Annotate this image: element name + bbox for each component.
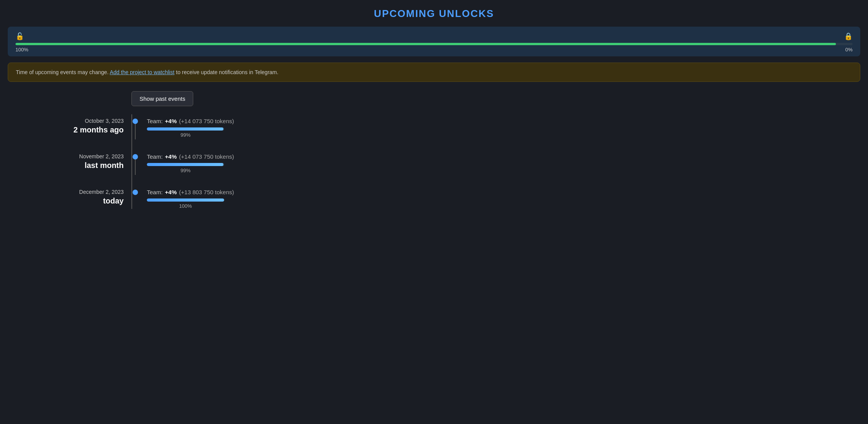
event-category: Team:	[147, 189, 163, 195]
event-label-row: Team: +4% (+13 803 750 tokens)	[147, 189, 860, 195]
event-progress-track	[147, 163, 224, 166]
event-progress-wrap: 100%	[147, 198, 860, 209]
show-past-btn-row: Show past events	[131, 91, 860, 106]
timeline-item: November 2, 2023 last month Team: +4% (+…	[23, 153, 860, 173]
progress-left-label: 100%	[15, 47, 28, 53]
event-progress-wrap: 99%	[147, 127, 860, 138]
event-progress-pct: 99%	[147, 168, 224, 173]
watchlist-link[interactable]: Add the project to watchlist	[110, 69, 174, 75]
progress-fill	[15, 43, 836, 45]
event-category: Team:	[147, 118, 163, 124]
event-progress-track	[147, 127, 224, 131]
event-label-row: Team: +4% (+14 073 750 tokens)	[147, 118, 860, 124]
timeline-content: Team: +4% (+13 803 750 tokens) 100%	[139, 189, 860, 209]
event-tokens: (+13 803 750 tokens)	[179, 189, 234, 195]
event-label-row: Team: +4% (+14 073 750 tokens)	[147, 153, 860, 160]
event-progress-pct: 100%	[147, 203, 224, 209]
event-percent: +4%	[165, 189, 177, 195]
event-tokens: (+14 073 750 tokens)	[179, 153, 234, 160]
progress-right-label: 0%	[845, 47, 853, 53]
event-progress-pct: 99%	[147, 132, 224, 138]
page-title: UPCOMING UNLOCKS	[8, 8, 860, 20]
timeline-item: December 2, 2023 today Team: +4% (+13 80…	[23, 189, 860, 209]
notification-text-before: Time of upcoming events may change.	[16, 69, 109, 75]
event-progress-track	[147, 198, 224, 202]
progress-track	[15, 43, 853, 45]
timeline-dot	[133, 119, 138, 124]
event-progress-fill	[147, 198, 224, 202]
timeline-content: Team: +4% (+14 073 750 tokens) 99%	[139, 118, 860, 138]
notification-banner: Time of upcoming events may change. Add …	[8, 63, 860, 82]
timeline-item: October 3, 2023 2 months ago Team: +4% (…	[23, 118, 860, 138]
timeline-left: October 3, 2023 2 months ago	[23, 118, 131, 134]
event-relative: last month	[23, 161, 124, 170]
timeline-left: November 2, 2023 last month	[23, 153, 131, 170]
unlock-icon: 🔓	[15, 32, 24, 41]
event-date: November 2, 2023	[23, 153, 124, 159]
events-container: October 3, 2023 2 months ago Team: +4% (…	[23, 118, 860, 209]
timeline-content: Team: +4% (+14 073 750 tokens) 99%	[139, 153, 860, 173]
notification-text-after2: to receive update notifications in Teleg…	[176, 69, 278, 75]
timeline-section: Show past events October 3, 2023 2 month…	[8, 91, 860, 209]
progress-bar-container: 🔓 🔒 100% 0%	[8, 27, 860, 56]
event-percent: +4%	[165, 118, 177, 124]
event-category: Team:	[147, 153, 163, 160]
event-date: October 3, 2023	[23, 118, 124, 124]
event-progress-fill	[147, 163, 223, 166]
show-past-events-button[interactable]: Show past events	[131, 91, 193, 106]
event-tokens: (+14 073 750 tokens)	[179, 118, 234, 124]
event-date: December 2, 2023	[23, 189, 124, 195]
timeline-dot	[133, 154, 138, 159]
event-progress-wrap: 99%	[147, 163, 860, 173]
lock-icon: 🔒	[844, 32, 853, 41]
event-progress-fill	[147, 127, 223, 131]
event-relative: today	[23, 197, 124, 205]
event-percent: +4%	[165, 153, 177, 160]
event-relative: 2 months ago	[23, 126, 124, 134]
timeline-left: December 2, 2023 today	[23, 189, 131, 205]
timeline-dot	[133, 190, 138, 195]
